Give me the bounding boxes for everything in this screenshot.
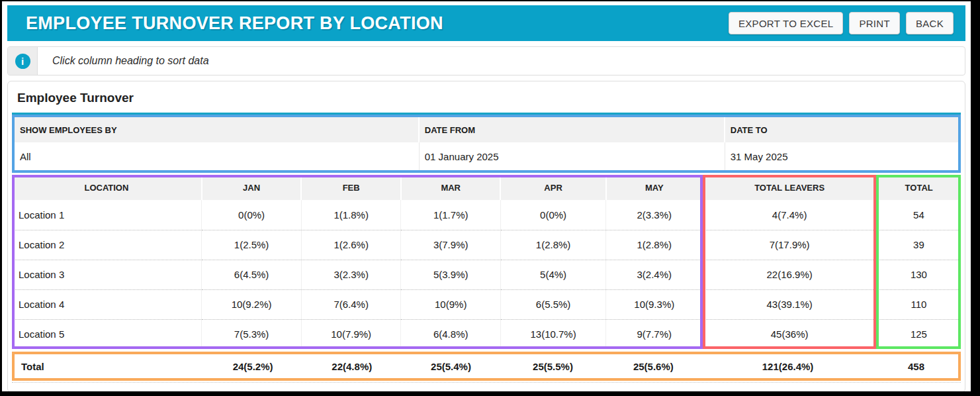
cell-total-leavers: 43(39.1%) bbox=[703, 289, 876, 319]
cell-total-leavers: 22(16.9%) bbox=[703, 260, 876, 289]
cell-total: 54 bbox=[876, 200, 961, 230]
cell-feb: 3(2.3%) bbox=[301, 260, 401, 289]
table-row: Location 1 0(0%) 1(1.8%) 1(1.7%) 0(0%) 2… bbox=[12, 200, 961, 230]
cell-mar: 3(7.9%) bbox=[401, 230, 501, 260]
info-bar: i Click column heading to sort data bbox=[7, 46, 965, 75]
cell-feb: 10(7.9%) bbox=[301, 319, 401, 349]
cell-location: Location 5 bbox=[12, 319, 202, 349]
filter-date-to-label: DATE TO bbox=[725, 117, 958, 142]
page-title: EMPLOYEE TURNOVER REPORT BY LOCATION bbox=[26, 13, 443, 34]
column-header-may[interactable]: MAY bbox=[606, 175, 703, 200]
table-row: Location 3 6(4.5%) 3(2.3%) 5(3.9%) 5(4%)… bbox=[12, 260, 961, 289]
screenshot-frame: EMPLOYEE TURNOVER REPORT BY LOCATION EXP… bbox=[0, 0, 980, 396]
cell-mar: 10(9%) bbox=[401, 289, 501, 319]
table-row: Location 4 10(9.2%) 7(6.4%) 10(9%) 6(5.5… bbox=[12, 289, 961, 319]
cell-jan: 10(9.2%) bbox=[202, 289, 302, 319]
table-row: Location 5 7(5.3%) 10(7.9%) 6(4.8%) 13(1… bbox=[12, 319, 961, 349]
table-header-row: LOCATION JAN FEB MAR APR MAY TOTAL LEAVE… bbox=[12, 175, 961, 200]
cell-jan: 1(2.5%) bbox=[202, 230, 302, 260]
section-title: Employee Turnover bbox=[12, 81, 961, 115]
total-row: Total 24(5.2%) 22(4.8%) 25(5.4%) 25(5.5%… bbox=[15, 354, 958, 378]
turnover-table: LOCATION JAN FEB MAR APR MAY TOTAL LEAVE… bbox=[12, 175, 961, 349]
info-icon: i bbox=[15, 54, 30, 69]
back-button[interactable]: BACK bbox=[906, 12, 954, 34]
filter-date-from-label: DATE FROM bbox=[420, 117, 725, 142]
print-button[interactable]: PRINT bbox=[849, 12, 900, 34]
info-icon-cell: i bbox=[8, 47, 38, 75]
cell-feb: 1(1.8%) bbox=[301, 200, 401, 230]
page: EMPLOYEE TURNOVER REPORT BY LOCATION EXP… bbox=[2, 1, 971, 391]
info-message: Click column heading to sort data bbox=[38, 47, 209, 75]
column-header-apr[interactable]: APR bbox=[500, 175, 605, 200]
column-header-mar[interactable]: MAR bbox=[401, 175, 501, 200]
total-apr: 25(5.5%) bbox=[500, 354, 605, 378]
cell-may: 10(9.3%) bbox=[606, 289, 703, 319]
column-header-total[interactable]: TOTAL bbox=[876, 175, 961, 200]
column-header-total-leavers[interactable]: TOTAL LEAVERS bbox=[703, 175, 876, 200]
cell-total: 130 bbox=[876, 260, 961, 289]
filter-summary: SHOW EMPLOYEES BY DATE FROM DATE TO All … bbox=[12, 115, 961, 173]
cell-jan: 6(4.5%) bbox=[202, 260, 302, 289]
cell-mar: 1(1.7%) bbox=[401, 200, 501, 230]
cell-total: 125 bbox=[876, 319, 961, 349]
app-header: EMPLOYEE TURNOVER REPORT BY LOCATION EXP… bbox=[7, 5, 965, 41]
cell-apr: 5(4%) bbox=[500, 260, 605, 289]
turnover-table-wrap: LOCATION JAN FEB MAR APR MAY TOTAL LEAVE… bbox=[12, 175, 961, 349]
cell-total-leavers: 7(17.9%) bbox=[703, 230, 876, 260]
cell-feb: 1(2.6%) bbox=[301, 230, 401, 260]
filter-header-row: SHOW EMPLOYEES BY DATE FROM DATE TO bbox=[15, 117, 958, 142]
total-label: Total bbox=[15, 354, 203, 378]
divider bbox=[12, 382, 961, 383]
filter-show-employees-by-label: SHOW EMPLOYEES BY bbox=[15, 117, 420, 142]
column-header-jan[interactable]: JAN bbox=[202, 175, 302, 200]
cell-total: 39 bbox=[876, 230, 961, 260]
cell-apr: 0(0%) bbox=[500, 200, 605, 230]
cell-may: 9(7.7%) bbox=[606, 319, 703, 349]
total-may: 25(5.6%) bbox=[605, 354, 701, 378]
cell-apr: 13(10.7%) bbox=[500, 319, 605, 349]
total-total-leavers: 121(26.4%) bbox=[701, 354, 874, 378]
cell-location: Location 2 bbox=[12, 230, 202, 260]
total-row-highlight-border: Total 24(5.2%) 22(4.8%) 25(5.4%) 25(5.5%… bbox=[12, 352, 961, 381]
cell-feb: 7(6.4%) bbox=[301, 289, 401, 319]
cell-total-leavers: 45(36%) bbox=[703, 319, 876, 349]
filter-date-to-value: 31 May 2025 bbox=[725, 142, 958, 170]
total-mar: 25(5.4%) bbox=[402, 354, 501, 378]
table-row: Location 2 1(2.5%) 1(2.6%) 3(7.9%) 1(2.8… bbox=[12, 230, 961, 260]
cell-location: Location 1 bbox=[12, 200, 202, 230]
cell-total: 110 bbox=[876, 289, 961, 319]
cell-apr: 1(2.8%) bbox=[500, 230, 605, 260]
filter-show-employees-by-value: All bbox=[15, 142, 420, 170]
header-actions: EXPORT TO EXCEL PRINT BACK bbox=[723, 12, 954, 34]
cell-apr: 6(5.5%) bbox=[500, 289, 605, 319]
column-header-feb[interactable]: FEB bbox=[301, 175, 401, 200]
total-jan: 24(5.2%) bbox=[203, 354, 302, 378]
cell-mar: 5(3.9%) bbox=[401, 260, 501, 289]
column-header-location[interactable]: LOCATION bbox=[12, 175, 202, 200]
cell-location: Location 4 bbox=[12, 289, 202, 319]
filter-date-from-value: 01 January 2025 bbox=[420, 142, 725, 170]
cell-jan: 7(5.3%) bbox=[202, 319, 302, 349]
export-to-excel-button[interactable]: EXPORT TO EXCEL bbox=[729, 12, 843, 34]
cell-location: Location 3 bbox=[12, 260, 202, 289]
cell-jan: 0(0%) bbox=[202, 200, 302, 230]
total-total: 458 bbox=[874, 354, 958, 378]
cell-may: 3(2.4%) bbox=[606, 260, 703, 289]
filter-values-row: All 01 January 2025 31 May 2025 bbox=[15, 142, 958, 170]
total-feb: 22(4.8%) bbox=[302, 354, 402, 378]
total-row-table: Total 24(5.2%) 22(4.8%) 25(5.4%) 25(5.5%… bbox=[15, 354, 958, 378]
cell-may: 1(2.8%) bbox=[606, 230, 703, 260]
report-panel: Employee Turnover SHOW EMPLOYEES BY DATE… bbox=[7, 81, 965, 391]
cell-total-leavers: 4(7.4%) bbox=[703, 200, 876, 230]
cell-mar: 6(4.8%) bbox=[401, 319, 501, 349]
cell-may: 2(3.3%) bbox=[606, 200, 703, 230]
